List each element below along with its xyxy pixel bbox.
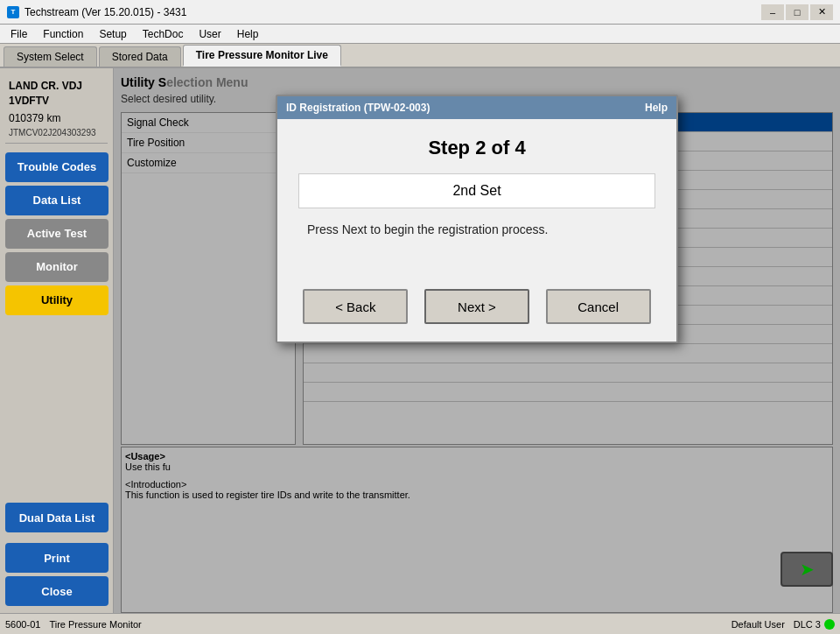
modal-step: Step 2 of 4 [298, 137, 655, 159]
tab-stored-data[interactable]: Stored Data [99, 46, 181, 67]
back-button[interactable]: < Back [303, 289, 408, 324]
status-system: Tire Pressure Monitor [49, 619, 141, 630]
print-button[interactable]: Print [5, 543, 108, 573]
vehicle-model: LAND CR. VDJ1VDFTV [9, 79, 104, 109]
dlc-indicator: DLC 3 [794, 619, 835, 630]
vehicle-info: LAND CR. VDJ1VDFTV 010379 km JTMCV02J204… [5, 74, 108, 144]
menu-bar: File Function Setup TechDoc User Help [0, 25, 840, 44]
minimize-button[interactable]: – [761, 4, 784, 20]
window-title: Techstream (Ver 15.20.015) - 3431 [24, 6, 186, 18]
vehicle-vin: JTMCV02J204303293 [9, 128, 104, 137]
trouble-codes-button[interactable]: Trouble Codes [5, 152, 108, 182]
modal-title: ID Registration (TPW-02-003) [286, 102, 430, 114]
utility-button[interactable]: Utility [5, 285, 108, 315]
sidebar: LAND CR. VDJ1VDFTV 010379 km JTMCV02J204… [0, 68, 114, 613]
menu-setup[interactable]: Setup [92, 26, 133, 42]
content-area: Utility Selection Menu Select desired ut… [114, 68, 840, 613]
title-bar: T Techstream (Ver 15.20.015) - 3431 – □ … [0, 0, 840, 25]
vehicle-km: 010379 km [9, 112, 104, 124]
window-controls: – □ ✕ [761, 4, 833, 20]
modal-instruction: Press Next to begin the registration pro… [298, 222, 655, 236]
monitor-button[interactable]: Monitor [5, 252, 108, 282]
menu-function[interactable]: Function [36, 26, 90, 42]
main-layout: LAND CR. VDJ1VDFTV 010379 km JTMCV02J204… [0, 68, 840, 613]
dual-data-list-button[interactable]: Dual Data List [5, 503, 108, 532]
tab-bar: System Select Stored Data Tire Pressure … [0, 44, 840, 68]
modal-help-button[interactable]: Help [645, 102, 668, 114]
tab-system-select[interactable]: System Select [4, 46, 97, 67]
menu-user[interactable]: User [192, 26, 228, 42]
next-button[interactable]: Next > [424, 289, 529, 324]
cancel-button[interactable]: Cancel [546, 289, 651, 324]
maximize-button[interactable]: □ [786, 4, 808, 20]
modal-body: Step 2 of 4 2nd Set Press Next to begin … [277, 119, 676, 280]
modal-set-box: 2nd Set [298, 173, 655, 208]
close-button[interactable]: Close [5, 576, 108, 606]
close-button[interactable]: ✕ [810, 4, 833, 20]
modal-header: ID Registration (TPW-02-003) Help [277, 96, 676, 119]
menu-techdoc[interactable]: TechDoc [136, 26, 191, 42]
active-test-button[interactable]: Active Test [5, 219, 108, 249]
modal-overlay: ID Registration (TPW-02-003) Help Step 2… [114, 68, 840, 613]
modal-footer: < Back Next > Cancel [277, 280, 676, 342]
dlc-status-light [824, 619, 835, 630]
menu-help[interactable]: Help [230, 26, 266, 42]
modal-dialog: ID Registration (TPW-02-003) Help Step 2… [276, 95, 678, 343]
title-bar-left: T Techstream (Ver 15.20.015) - 3431 [7, 6, 186, 18]
menu-file[interactable]: File [4, 26, 34, 42]
status-user: Default User [732, 619, 785, 630]
status-code: 5600-01 [5, 619, 40, 630]
app-icon: T [7, 6, 19, 18]
data-list-button[interactable]: Data List [5, 186, 108, 215]
dlc-label: DLC 3 [794, 619, 821, 630]
status-right: Default User DLC 3 [732, 619, 835, 630]
status-bar: 5600-01 Tire Pressure Monitor Default Us… [0, 613, 840, 634]
status-left: 5600-01 Tire Pressure Monitor [5, 619, 142, 630]
tab-tire-pressure[interactable]: Tire Pressure Monitor Live [183, 45, 341, 67]
